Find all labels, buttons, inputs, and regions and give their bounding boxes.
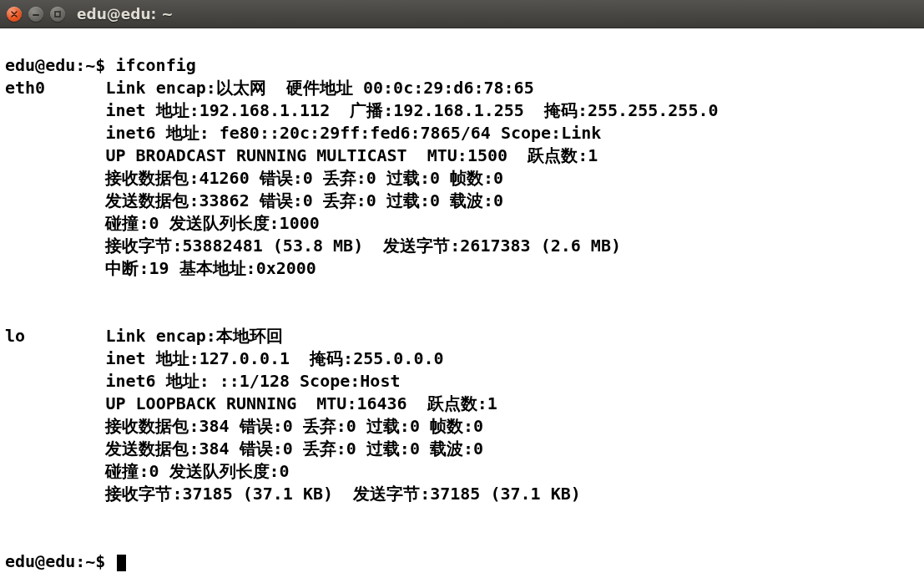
interface-eth0: eth0 Link encap:以太网 硬件地址 00:0c:29:d6:78:…: [5, 77, 919, 280]
lo-line6: 发送数据包:384 错误:0 丢弃:0 过载:0 载波:0: [105, 439, 483, 459]
prompt-line-2: edu@edu:~$: [5, 551, 115, 571]
maximize-icon: [53, 10, 62, 18]
eth0-line1: Link encap:以太网 硬件地址 00:0c:29:d6:78:65: [105, 78, 533, 98]
prompt-text-2: edu@edu:~$: [5, 551, 115, 571]
interface-lo: lo Link encap:本地环回 inet 地址:127.0.0.1 掩码:…: [5, 325, 919, 505]
minimize-button[interactable]: [28, 7, 43, 22]
close-button[interactable]: [7, 7, 22, 22]
maximize-button[interactable]: [50, 7, 65, 22]
eth0-line7: 碰撞:0 发送队列长度:1000: [105, 213, 319, 233]
close-icon: [10, 10, 18, 18]
eth0-line2: inet 地址:192.168.1.112 广播:192.168.1.255 掩…: [105, 100, 718, 120]
lo-line4: UP LOOPBACK RUNNING MTU:16436 跃点数:1: [105, 393, 497, 413]
window-controls: [7, 7, 65, 22]
lo-line1: Link encap:本地环回: [105, 326, 282, 346]
prompt-text: edu@edu:~$: [5, 55, 115, 75]
lo-line7: 碰撞:0 发送队列长度:0: [105, 461, 289, 481]
cursor: [117, 555, 126, 571]
eth0-line5: 接收数据包:41260 错误:0 丢弃:0 过载:0 帧数:0: [105, 168, 503, 188]
iface-name-lo: lo: [5, 326, 25, 346]
lo-line5: 接收数据包:384 错误:0 丢弃:0 过载:0 帧数:0: [105, 416, 483, 436]
eth0-line4: UP BROADCAST RUNNING MULTICAST MTU:1500 …: [105, 145, 598, 165]
command-text: ifconfig: [115, 55, 195, 75]
window-title: edu@edu: ~: [77, 6, 174, 23]
prompt-line-1: edu@edu:~$ ifconfig: [5, 55, 196, 75]
titlebar: edu@edu: ~: [0, 0, 924, 28]
svg-rect-0: [55, 12, 60, 17]
minimize-icon: [32, 10, 40, 18]
eth0-line3: inet6 地址: fe80::20c:29ff:fed6:7865/64 Sc…: [105, 123, 601, 143]
eth0-line6: 发送数据包:33862 错误:0 丢弃:0 过载:0 载波:0: [105, 190, 503, 210]
iface-name: eth0: [5, 78, 45, 98]
eth0-line8: 接收字节:53882481 (53.8 MB) 发送字节:2617383 (2.…: [105, 236, 621, 256]
terminal-output[interactable]: edu@edu:~$ ifconfig eth0 Link encap:以太网 …: [0, 28, 924, 576]
lo-line2: inet 地址:127.0.0.1 掩码:255.0.0.0: [105, 348, 443, 368]
lo-line3: inet6 地址: ::1/128 Scope:Host: [105, 371, 400, 391]
eth0-line9: 中断:19 基本地址:0x2000: [105, 258, 316, 278]
lo-line8: 接收字节:37185 (37.1 KB) 发送字节:37185 (37.1 KB…: [105, 484, 580, 504]
